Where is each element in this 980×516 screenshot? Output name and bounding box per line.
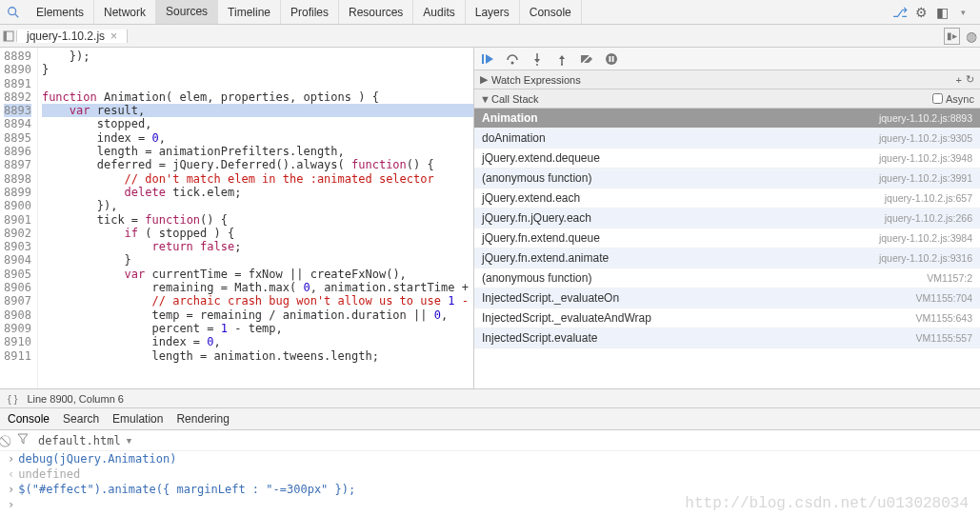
line-number[interactable]: 8902: [4, 227, 31, 240]
line-number[interactable]: 8892: [4, 90, 31, 104]
filter-icon[interactable]: [17, 433, 29, 447]
code-line[interactable]: temp = remaining / animation.duration ||…: [42, 308, 473, 322]
code-line[interactable]: function Animation( elem, properties, op…: [42, 90, 473, 104]
dock-icon[interactable]: ◧: [934, 5, 950, 20]
stack-frame[interactable]: Animationjquery-1.10.2.js:8893: [474, 109, 980, 129]
stack-frame[interactable]: doAnimationjquery-1.10.2.js:9305: [474, 129, 980, 149]
code-line[interactable]: }: [42, 253, 473, 267]
add-watch-icon[interactable]: +: [952, 74, 966, 86]
braces-icon[interactable]: { }: [8, 393, 17, 405]
resume-icon[interactable]: [480, 51, 495, 67]
line-number[interactable]: 8904: [4, 253, 31, 267]
line-number[interactable]: 8909: [4, 322, 31, 335]
code-line[interactable]: var currentTime = fxNow || createFxNow()…: [42, 268, 473, 281]
code-line[interactable]: var result,: [42, 104, 473, 117]
drawer-tab-rendering[interactable]: Rendering: [176, 412, 229, 426]
drawer-tab-search[interactable]: Search: [63, 412, 99, 426]
line-number[interactable]: 8890: [4, 63, 31, 76]
line-number[interactable]: 8896: [4, 145, 31, 158]
code-line[interactable]: index = 0,: [42, 131, 473, 145]
panel-tab-audits[interactable]: Audits: [413, 0, 465, 24]
panel-tab-profiles[interactable]: Profiles: [281, 0, 339, 24]
code-line[interactable]: if ( stopped ) {: [42, 227, 473, 240]
stack-frame[interactable]: (anonymous function)jquery-1.10.2.js:399…: [474, 169, 980, 189]
console-line[interactable]: ›debug(jQuery.Animation): [0, 451, 980, 466]
code-editor[interactable]: 8889889088918892889388948895889688978898…: [0, 48, 473, 388]
code-line[interactable]: deferred = jQuery.Deferred().always( fun…: [42, 158, 473, 171]
navigator-toggle-icon[interactable]: [0, 30, 17, 42]
line-number[interactable]: 8900: [4, 199, 31, 212]
line-number[interactable]: 8894: [4, 117, 31, 130]
line-number[interactable]: 8906: [4, 281, 31, 294]
stack-frame[interactable]: jQuery.extend.eachjquery-1.10.2.js:657: [474, 189, 980, 208]
code-line[interactable]: percent = 1 - temp,: [42, 322, 473, 335]
line-number[interactable]: 8897: [4, 158, 31, 171]
stack-frame[interactable]: InjectedScript.evaluateVM1155:557: [474, 328, 980, 348]
code-line[interactable]: // archaic crash bug won't allow us to u…: [42, 294, 473, 308]
stack-frame[interactable]: InjectedScript._evaluateAndWrapVM1155:64…: [474, 308, 980, 328]
settings-gear-icon[interactable]: ⚙: [913, 5, 929, 20]
step-out-icon[interactable]: [554, 51, 570, 67]
line-number[interactable]: 8905: [4, 268, 31, 281]
panel-tab-layers[interactable]: Layers: [466, 0, 520, 24]
deactivate-breakpoints-icon[interactable]: [579, 51, 594, 67]
pause-on-caught-icon[interactable]: ▮▸: [944, 28, 960, 45]
code-line[interactable]: length = animationPrefilters.length,: [42, 145, 473, 158]
call-stack-header[interactable]: ▼ Call Stack Async: [474, 89, 980, 109]
code-line[interactable]: });: [42, 50, 473, 63]
panel-tab-resources[interactable]: Resources: [339, 0, 413, 24]
console-line[interactable]: ›$("#effect").animate({ marginLeft : "-=…: [0, 482, 980, 497]
panel-tab-sources[interactable]: Sources: [156, 0, 218, 24]
drawer-tab-console[interactable]: Console: [8, 412, 50, 426]
console-line[interactable]: ‹undefined: [0, 466, 980, 482]
watch-expressions-header[interactable]: ▶ Watch Expressions + ↻: [474, 70, 980, 89]
line-number[interactable]: 8898: [4, 172, 31, 186]
search-icon[interactable]: [0, 6, 27, 19]
stack-frame[interactable]: jQuery.fn.extend.animatejquery-1.10.2.js…: [474, 248, 980, 268]
stack-frame[interactable]: jQuery.extend.dequeuejquery-1.10.2.js:39…: [474, 149, 980, 169]
pretty-print-icon[interactable]: ◍: [966, 29, 974, 44]
panel-tab-console[interactable]: Console: [520, 0, 582, 24]
panel-tab-network[interactable]: Network: [94, 0, 156, 24]
line-number[interactable]: 8895: [4, 131, 31, 145]
code-line[interactable]: }: [42, 63, 473, 76]
dock-menu-chevron-icon[interactable]: ▾: [955, 5, 970, 20]
line-number[interactable]: 8891: [4, 77, 31, 90]
code-line[interactable]: length = animation.tweens.length;: [42, 349, 473, 363]
file-tab[interactable]: jquery-1.10.2.js ×: [17, 30, 128, 43]
line-number[interactable]: 8911: [4, 349, 31, 363]
pause-on-exceptions-icon[interactable]: [604, 51, 619, 67]
async-toggle[interactable]: Async: [932, 93, 974, 105]
code-line[interactable]: return false;: [42, 240, 473, 253]
code-line[interactable]: delete tick.elem;: [42, 186, 473, 199]
async-checkbox[interactable]: [932, 93, 943, 104]
code-line[interactable]: // don't match elem in the :animated sel…: [42, 172, 473, 186]
code-line[interactable]: stopped,: [42, 117, 473, 130]
code-line[interactable]: tick = function() {: [42, 213, 473, 227]
panel-tab-timeline[interactable]: Timeline: [218, 0, 281, 24]
stack-frame[interactable]: InjectedScript._evaluateOnVM1155:704: [474, 288, 980, 308]
step-into-icon[interactable]: [530, 51, 545, 67]
line-number[interactable]: 8908: [4, 308, 31, 322]
code-line[interactable]: remaining = Math.max( 0, animation.start…: [42, 281, 473, 294]
panel-tab-elements[interactable]: Elements: [27, 0, 94, 24]
drawer-tab-emulation[interactable]: Emulation: [112, 412, 163, 426]
console-line[interactable]: ›: [0, 497, 980, 512]
line-number[interactable]: 8907: [4, 294, 31, 308]
step-over-icon[interactable]: [505, 51, 520, 67]
line-number[interactable]: 8899: [4, 186, 31, 199]
line-number[interactable]: 8910: [4, 335, 31, 348]
code-line[interactable]: }),: [42, 199, 473, 212]
line-number[interactable]: 8893: [4, 104, 31, 117]
refresh-watch-icon[interactable]: ↻: [966, 73, 974, 86]
stack-frame[interactable]: jQuery.fn.extend.queuejquery-1.10.2.js:3…: [474, 228, 980, 248]
stack-frame[interactable]: (anonymous function)VM1157:2: [474, 268, 980, 288]
context-selector[interactable]: default.html ▼: [38, 434, 131, 447]
drawer-toggle-icon[interactable]: ⎇: [892, 5, 908, 20]
line-number[interactable]: 8903: [4, 240, 31, 253]
close-icon[interactable]: ×: [110, 30, 117, 43]
code-line[interactable]: [42, 77, 473, 90]
line-number[interactable]: 8889: [4, 50, 31, 63]
stack-frame[interactable]: jQuery.fn.jQuery.eachjquery-1.10.2.js:26…: [474, 208, 980, 228]
line-number[interactable]: 8901: [4, 213, 31, 227]
